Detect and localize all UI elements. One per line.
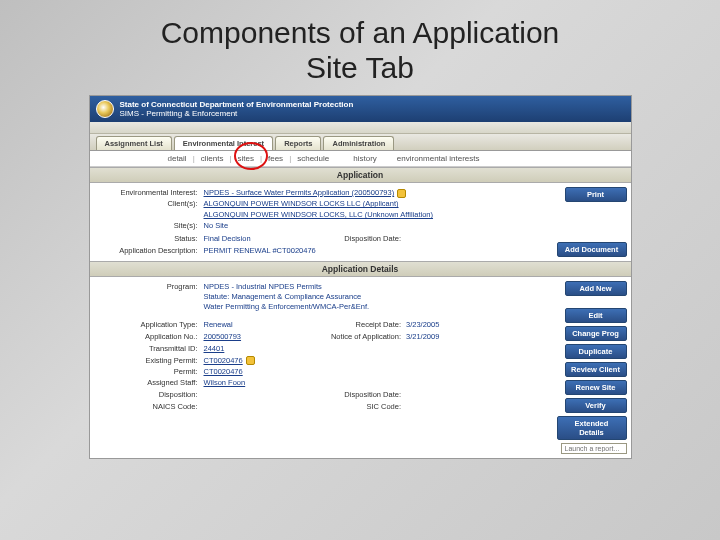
lbl-dispdate: Disposition Date: bbox=[328, 234, 406, 244]
subtab-clients[interactable]: clients bbox=[201, 154, 224, 163]
subtab-detail[interactable]: detail bbox=[168, 154, 187, 163]
slide-title: Components of an ApplicationSite Tab bbox=[60, 16, 660, 85]
state-seal-icon bbox=[96, 100, 114, 118]
lbl-sic: SIC Code: bbox=[328, 402, 406, 412]
edit-button[interactable]: Edit bbox=[565, 308, 627, 323]
lbl-program: Program: bbox=[96, 282, 204, 312]
lbl-clients: Client(s): bbox=[96, 199, 204, 209]
val-noa: 3/21/2009 bbox=[406, 332, 547, 342]
subtab-history[interactable]: history bbox=[353, 154, 377, 163]
val-desc: PERMIT RENEWAL #CT0020476 bbox=[204, 246, 547, 256]
val-apptype: Renewal bbox=[204, 320, 315, 330]
lbl-staff: Assigned Staff: bbox=[96, 378, 204, 388]
duplicate-button[interactable]: Duplicate bbox=[565, 344, 627, 359]
val-program3: Water Permitting & Enforcement/WMCA-Per&… bbox=[204, 302, 547, 312]
val-expermit[interactable]: CT0020476 bbox=[204, 356, 547, 366]
lbl-desc: Application Description: bbox=[96, 246, 204, 256]
app-window: State of Connecticut Department of Envir… bbox=[89, 95, 632, 459]
lbl-disp: Disposition: bbox=[96, 390, 204, 400]
toolbar bbox=[90, 122, 631, 134]
header-line2: SIMS - Permitting & Enforcement bbox=[120, 109, 354, 118]
lbl-trans: Transmittal ID: bbox=[96, 344, 204, 354]
print-button[interactable]: Print bbox=[565, 187, 627, 202]
subtab-fees[interactable]: fees bbox=[268, 154, 283, 163]
verify-button[interactable]: Verify bbox=[565, 398, 627, 413]
val-program2: Statute: Management & Compliance Assuran… bbox=[204, 292, 547, 302]
add-new-button[interactable]: Add New bbox=[565, 281, 627, 296]
val-recdate: 3/23/2005 bbox=[406, 320, 547, 330]
header-line1: State of Connecticut Department of Envir… bbox=[120, 100, 354, 109]
lbl-sites: Site(s): bbox=[96, 221, 204, 231]
change-prog-button[interactable]: Change Prog bbox=[565, 326, 627, 341]
lbl-dispdate2: Disposition Date: bbox=[328, 390, 406, 400]
subtab-sites[interactable]: sites bbox=[237, 154, 253, 163]
val-appno[interactable]: 200500793 bbox=[204, 332, 315, 342]
app-header: State of Connecticut Department of Envir… bbox=[90, 96, 631, 122]
lbl-status: Status: bbox=[96, 234, 204, 244]
permit-icon[interactable] bbox=[246, 356, 255, 365]
section-application-details: Application Details bbox=[90, 261, 631, 277]
val-client1[interactable]: ALGONQUIN POWER WINDSOR LOCKS LLC (Appli… bbox=[204, 199, 547, 209]
add-document-button[interactable]: Add Document bbox=[557, 242, 627, 257]
lbl-naics: NAICS Code: bbox=[96, 402, 204, 412]
tab-reports[interactable]: Reports bbox=[275, 136, 321, 150]
val-client2[interactable]: ALGONQUIN POWER WINDSOR LOCKS, LLC (Unkn… bbox=[204, 210, 547, 220]
val-trans[interactable]: 24401 bbox=[204, 344, 547, 354]
val-program1[interactable]: NPDES - Industrial NPDES Permits bbox=[204, 282, 547, 292]
lbl-envint: Environmental Interest: bbox=[96, 188, 204, 198]
lbl-recdate: Receipt Date: bbox=[328, 320, 406, 330]
val-permit[interactable]: CT0020476 bbox=[204, 367, 547, 377]
renew-site-button[interactable]: Renew Site bbox=[565, 380, 627, 395]
val-envint[interactable]: NPDES - Surface Water Permits Applicatio… bbox=[204, 188, 547, 198]
lbl-permit: Permit: bbox=[96, 367, 204, 377]
val-status: Final Decision bbox=[204, 234, 315, 244]
extended-details-button[interactable]: Extended Details bbox=[557, 416, 627, 440]
lbl-expermit: Existing Permit: bbox=[96, 356, 204, 366]
val-sites: No Site bbox=[204, 221, 547, 231]
section-application: Application bbox=[90, 167, 631, 183]
info-icon[interactable] bbox=[397, 189, 406, 198]
tab-administration[interactable]: Administration bbox=[323, 136, 394, 150]
val-staff[interactable]: Wilson Foon bbox=[204, 378, 547, 388]
lbl-appno: Application No.: bbox=[96, 332, 204, 342]
subtab-schedule[interactable]: schedule bbox=[297, 154, 329, 163]
sub-tabs: detail| clients| sites| fees| schedule h… bbox=[90, 151, 631, 167]
review-client-button[interactable]: Review Client bbox=[565, 362, 627, 377]
subtab-env-interests[interactable]: environmental interests bbox=[397, 154, 480, 163]
launch-report-input[interactable] bbox=[561, 443, 627, 454]
tab-environmental-interest[interactable]: Environmental Interest bbox=[174, 136, 273, 150]
tab-assignment-list[interactable]: Assignment List bbox=[96, 136, 172, 150]
main-tabs: Assignment List Environmental Interest R… bbox=[90, 134, 631, 151]
lbl-apptype: Application Type: bbox=[96, 320, 204, 330]
lbl-noa: Notice of Application: bbox=[328, 332, 406, 342]
